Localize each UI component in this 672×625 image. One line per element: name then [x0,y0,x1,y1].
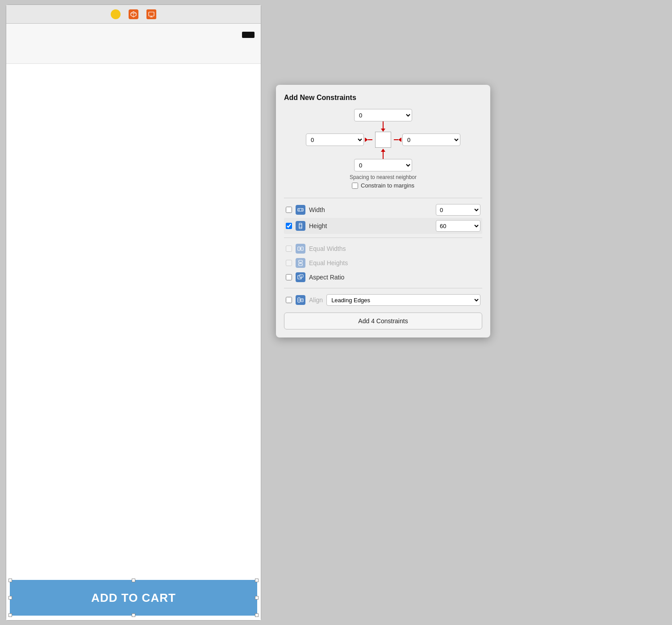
handle-tc [132,579,135,582]
svg-rect-1 [298,208,303,211]
constrain-margins-row: Constrain to margins [352,182,414,189]
handle-tl [8,579,12,582]
yellow-circle-icon [111,9,121,19]
svg-rect-17 [301,299,303,302]
simulator-frame: ADD TO CART [6,4,261,621]
handle-tr [255,579,259,582]
equal-heights-row: Equal Heights [284,256,482,270]
add-to-cart-button[interactable]: ADD TO CART [10,580,257,615]
equal-widths-label: Equal Widths [309,245,480,252]
spacing-left-select[interactable]: 01248 [306,133,364,146]
separator-1 [284,198,482,198]
panel-title: Add New Constraints [284,94,482,102]
equal-widths-row: Equal Widths [284,242,482,256]
align-checkbox[interactable] [286,297,292,303]
spacing-label: Spacing to nearest neighbor [350,174,417,180]
equal-widths-checkbox[interactable] [286,246,292,252]
svg-rect-14 [300,275,303,277]
handle-ml [8,596,12,600]
constrain-margins-checkbox[interactable] [352,183,358,189]
height-icon [296,221,305,231]
equal-widths-icon [296,244,305,254]
constraints-panel: Add New Constraints 01248 01248 [276,85,490,338]
width-checkbox[interactable] [286,207,292,213]
aspect-ratio-row: Aspect Ratio [284,270,482,284]
spacing-bottom-select[interactable]: 01248 [354,159,412,171]
top-arrow [381,121,385,132]
aspect-ratio-checkbox[interactable] [286,274,292,280]
add-to-cart-wrapper: ADD TO CART [10,580,257,616]
aspect-ratio-icon [296,272,305,282]
spacing-middle-row: 01248 01248 [306,132,460,148]
align-icon [296,295,305,305]
handle-br [255,613,259,617]
aspect-ratio-label: Aspect Ratio [309,274,480,281]
height-checkbox[interactable] [286,223,292,229]
svg-rect-4 [299,223,302,229]
right-arrow [394,138,401,142]
constrain-margins-label: Constrain to margins [361,182,414,189]
handle-bc [132,613,135,617]
handle-bl [8,613,12,617]
svg-rect-0 [149,12,154,16]
add-to-cart-area: ADD TO CART [6,575,261,620]
align-label: Align [309,296,323,304]
equal-heights-checkbox[interactable] [286,260,292,266]
simulator-screen: ADD TO CART [6,24,261,620]
align-dropdown[interactable]: Leading Edges Trailing Edges Top Edges B… [326,294,480,306]
status-bar [6,24,261,64]
width-label: Width [309,206,432,213]
left-arrow [365,138,372,142]
width-row: Width 0102030 [284,202,482,218]
add-constraints-button[interactable]: Add 4 Constraints [284,312,482,329]
align-row: Align Leading Edges Trailing Edges Top E… [284,292,482,308]
bottom-arrow [381,149,385,159]
height-value-select[interactable]: 600204480 [436,220,480,232]
height-row: Height 600204480 [284,218,482,234]
equal-heights-icon [296,258,305,268]
spacing-area: 01248 01248 01248 [284,109,482,194]
equal-heights-label: Equal Heights [309,259,480,267]
separator-3 [284,288,482,288]
box-icon [129,9,138,19]
center-box [375,132,391,148]
separator-2 [284,238,482,238]
width-icon [296,205,305,215]
width-value-select[interactable]: 0102030 [436,204,480,216]
battery-icon [242,32,255,38]
screen-icon [146,9,156,19]
height-label: Height [309,222,432,229]
spacing-top-select[interactable]: 01248 [354,109,412,121]
screen-content: ADD TO CART [6,64,261,620]
simulator-toolbar [6,5,261,24]
handle-mr [255,596,259,600]
spacing-right-select[interactable]: 01248 [402,133,460,146]
